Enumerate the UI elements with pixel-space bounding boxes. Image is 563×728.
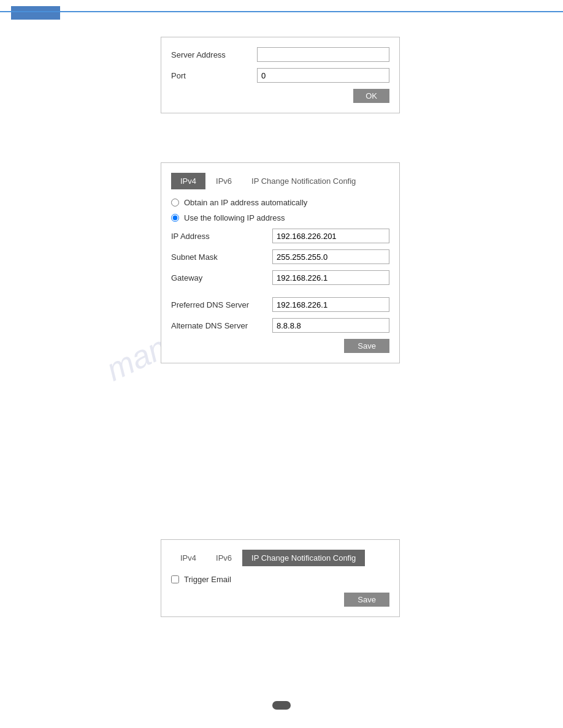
network-tabs: IPv4 IPv6 IP Change Notification Config xyxy=(171,173,389,189)
alternate-dns-row: Alternate DNS Server xyxy=(171,318,389,333)
subnet-mask-row: Subnet Mask xyxy=(171,249,389,264)
radio-manual[interactable] xyxy=(171,214,179,222)
tab-ipv4[interactable]: IPv4 xyxy=(171,173,205,189)
server-address-panel: Server Address Port OK xyxy=(161,37,400,113)
tab-ip-change-notification-active[interactable]: IP Change Notification Config xyxy=(242,550,365,566)
trigger-email-label: Trigger Email xyxy=(184,575,231,584)
tab-ipv4-notification[interactable]: IPv4 xyxy=(171,550,205,566)
preferred-dns-label: Preferred DNS Server xyxy=(171,300,272,309)
save-button-ipv4[interactable]: Save xyxy=(344,339,389,353)
radio-manual-label: Use the following IP address xyxy=(184,213,285,222)
top-accent-bar xyxy=(0,11,563,12)
radio-auto[interactable] xyxy=(171,199,179,207)
gateway-input[interactable] xyxy=(272,270,389,285)
subnet-mask-input[interactable] xyxy=(272,249,389,264)
ipv4-panel: IPv4 IPv6 IP Change Notification Config … xyxy=(161,162,400,363)
trigger-email-row: Trigger Email xyxy=(171,575,389,584)
notification-tabs: IPv4 IPv6 IP Change Notification Config xyxy=(171,550,389,566)
tab-ipv6-notification[interactable]: IPv6 xyxy=(207,550,241,566)
page-indicator xyxy=(272,701,291,710)
gateway-label: Gateway xyxy=(171,273,272,282)
top-blue-accent xyxy=(11,6,60,20)
tab-ipv6[interactable]: IPv6 xyxy=(207,173,241,189)
tab-ip-change-notification[interactable]: IP Change Notification Config xyxy=(242,173,365,189)
ip-address-label: IP Address xyxy=(171,232,272,241)
port-input[interactable] xyxy=(257,68,389,83)
trigger-email-checkbox[interactable] xyxy=(171,575,179,583)
ip-address-row: IP Address xyxy=(171,229,389,243)
port-label: Port xyxy=(171,71,257,80)
radio-auto-row: Obtain an IP address automatically xyxy=(171,198,389,207)
alternate-dns-input[interactable] xyxy=(272,318,389,333)
ip-address-input[interactable] xyxy=(272,229,389,243)
alternate-dns-label: Alternate DNS Server xyxy=(171,321,272,330)
save-button-notification[interactable]: Save xyxy=(344,593,389,607)
ip-change-notification-panel: IPv4 IPv6 IP Change Notification Config … xyxy=(161,539,400,617)
preferred-dns-input[interactable] xyxy=(272,297,389,312)
ok-button[interactable]: OK xyxy=(353,89,389,103)
preferred-dns-row: Preferred DNS Server xyxy=(171,297,389,312)
radio-manual-row: Use the following IP address xyxy=(171,213,389,222)
server-address-row: Server Address xyxy=(171,47,389,62)
gateway-row: Gateway xyxy=(171,270,389,285)
server-address-label: Server Address xyxy=(171,50,257,59)
server-address-input[interactable] xyxy=(257,47,389,62)
subnet-mask-label: Subnet Mask xyxy=(171,252,272,262)
port-row: Port xyxy=(171,68,389,83)
radio-auto-label: Obtain an IP address automatically xyxy=(184,198,307,207)
